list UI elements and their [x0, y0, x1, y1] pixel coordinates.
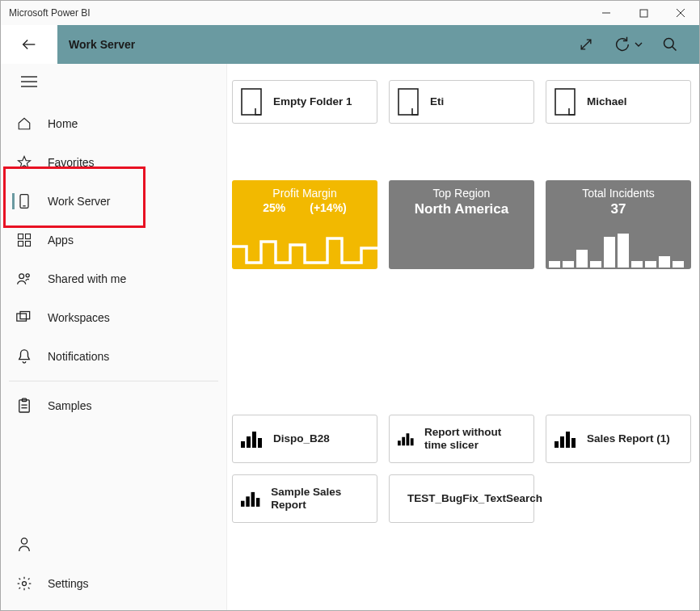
gear-icon	[15, 575, 33, 592]
star-icon	[15, 154, 33, 171]
svg-rect-44	[258, 438, 262, 448]
sidebar-item-label: Apps	[48, 234, 74, 247]
home-icon	[15, 115, 33, 133]
svg-line-7	[673, 47, 677, 51]
svg-rect-54	[246, 496, 249, 507]
svg-rect-1	[640, 10, 647, 17]
svg-point-6	[664, 39, 674, 48]
kpi-title: Top Region	[389, 187, 534, 200]
svg-rect-52	[571, 438, 576, 448]
svg-rect-40	[673, 261, 684, 268]
close-button[interactable]	[662, 1, 699, 25]
top-bar: Work Server	[1, 25, 699, 64]
folder-card[interactable]: Empty Folder 1	[232, 80, 377, 124]
sidebar-item-label: Shared with me	[48, 272, 126, 285]
svg-rect-41	[241, 441, 245, 448]
folder-label: Eti	[430, 95, 444, 108]
kpi-title: Profit Margin	[232, 187, 377, 200]
kpi-delta: (+14%)	[310, 201, 347, 214]
svg-rect-21	[20, 312, 30, 319]
sidebar-item-settings[interactable]: Settings	[1, 564, 226, 603]
folder-card[interactable]: Michael	[546, 80, 691, 124]
workspaces-icon	[15, 309, 33, 327]
folder-label: Empty Folder 1	[273, 95, 352, 108]
kpi-value: North America	[389, 201, 534, 217]
apps-icon	[15, 231, 33, 249]
sidebar-item-shared[interactable]: Shared with me	[1, 259, 226, 298]
svg-rect-53	[241, 501, 244, 507]
report-label: Dispo_B28	[273, 432, 330, 445]
svg-rect-47	[407, 433, 410, 445]
folder-icon	[241, 88, 262, 116]
sidebar-item-label: Settings	[48, 577, 89, 590]
back-button[interactable]	[1, 25, 57, 64]
fullscreen-icon[interactable]	[568, 27, 604, 62]
svg-rect-43	[252, 432, 256, 448]
svg-rect-30	[555, 89, 575, 115]
report-icon	[555, 430, 577, 448]
svg-rect-34	[590, 261, 601, 268]
hamburger-button[interactable]	[1, 64, 57, 99]
sidebar: Home Favorites Work Server Apps	[1, 64, 227, 611]
kpi-total-incidents[interactable]: Total Incidents 37	[546, 180, 691, 269]
shared-icon	[15, 270, 33, 288]
svg-rect-42	[247, 436, 251, 448]
svg-rect-51	[566, 432, 570, 448]
sidebar-item-apps[interactable]: Apps	[1, 221, 226, 259]
sidebar-item-label: Favorites	[48, 156, 95, 169]
svg-rect-55	[251, 492, 255, 507]
bar-chart-icon	[546, 230, 691, 269]
folder-icon	[555, 88, 576, 116]
svg-rect-49	[555, 441, 559, 448]
kpi-value: 25%	[263, 201, 285, 214]
svg-rect-16	[19, 242, 23, 247]
sidebar-item-work-server[interactable]: Work Server	[1, 182, 226, 221]
folder-card[interactable]: Eti	[389, 80, 534, 124]
report-label: Sample Sales Report	[271, 486, 369, 512]
svg-point-26	[21, 538, 27, 544]
sidebar-item-label: Workspaces	[48, 311, 110, 324]
svg-rect-17	[26, 242, 31, 247]
sidebar-item-workspaces[interactable]: Workspaces	[1, 298, 226, 337]
svg-rect-37	[631, 261, 643, 268]
svg-rect-46	[402, 437, 405, 446]
svg-rect-14	[19, 234, 23, 239]
report-card[interactable]: Sales Report (1)	[546, 415, 691, 463]
sidebar-item-label: Home	[48, 117, 78, 130]
kpi-value: 37	[546, 201, 691, 217]
sidebar-item-favorites[interactable]: Favorites	[1, 143, 226, 182]
sidebar-item-samples[interactable]: Samples	[1, 386, 226, 425]
search-icon[interactable]	[652, 27, 688, 62]
kpi-profit-margin[interactable]: Profit Margin 25% (+14%)	[232, 180, 377, 269]
svg-rect-45	[398, 440, 401, 445]
report-card[interactable]: Dispo_B28	[232, 415, 377, 463]
sidebar-item-notifications[interactable]: Notifications	[1, 337, 226, 376]
sidebar-item-label: Work Server	[48, 195, 111, 208]
refresh-button[interactable]	[605, 27, 651, 62]
svg-point-18	[19, 274, 24, 279]
svg-rect-38	[645, 261, 656, 268]
svg-point-19	[26, 274, 29, 277]
folder-label: Michael	[587, 95, 627, 108]
page-title: Work Server	[69, 38, 568, 51]
kpi-top-region[interactable]: Top Region North America	[389, 180, 534, 269]
report-label: Report without time slicer	[424, 426, 525, 452]
svg-rect-15	[26, 234, 31, 239]
sidebar-item-home[interactable]: Home	[1, 104, 226, 143]
report-label: Sales Report (1)	[587, 432, 670, 445]
report-card[interactable]: Report without time slicer	[389, 415, 534, 463]
bell-icon	[15, 348, 33, 365]
sparkline-icon	[232, 230, 377, 269]
sidebar-item-account[interactable]	[1, 525, 226, 564]
svg-rect-35	[604, 237, 615, 268]
maximize-button[interactable]	[625, 1, 662, 25]
report-card[interactable]: Sample Sales Report	[232, 474, 377, 523]
report-card[interactable]: TEST_BugFix_TextSearch	[389, 474, 534, 523]
minimize-button[interactable]	[588, 1, 625, 25]
clipboard-icon	[15, 397, 33, 415]
svg-line-5	[581, 40, 591, 49]
content-area: Empty Folder 1 Eti Michael Profit Margin…	[227, 64, 699, 611]
server-icon	[15, 192, 33, 210]
svg-rect-56	[256, 498, 259, 507]
svg-point-27	[23, 582, 27, 586]
